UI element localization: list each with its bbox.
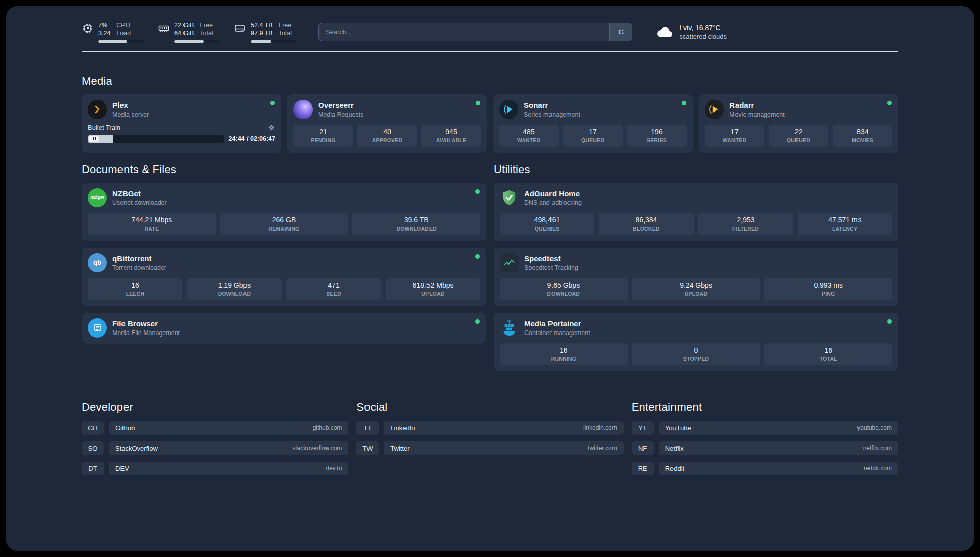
stat-tile: 40 APPROVED: [357, 125, 417, 147]
app-name: Sonarr: [524, 101, 580, 109]
weather-widget: Lviv, 16.87°C scattered clouds: [655, 24, 727, 40]
disk-widget: 52.4 TB 97.9 TB Free Total: [234, 21, 295, 43]
playback-time: 24:44 / 02:06:47: [229, 135, 275, 142]
search-input[interactable]: [319, 23, 609, 41]
bookmark-link[interactable]: YouTube youtube.com: [659, 421, 898, 435]
stat-tile: 22 QUEUED: [769, 125, 828, 147]
search-engine-button[interactable]: G: [609, 23, 632, 41]
speedtest-card[interactable]: Speedtest Speedtest Tracking 9.65 Gbps D…: [494, 248, 898, 306]
app-name: qBittorrent: [112, 254, 166, 263]
stat-label: WANTED: [501, 137, 557, 143]
bookmark-item[interactable]: SO StackOverflow stackoverflow.com: [82, 441, 348, 455]
bookmark-item[interactable]: GH Github github.com: [82, 421, 348, 435]
bookmark-item[interactable]: YT YouTube youtube.com: [632, 421, 898, 435]
bookmark-link[interactable]: Github github.com: [109, 421, 348, 435]
bookmark-abbr[interactable]: DT: [82, 462, 104, 475]
radarr-icon: [705, 100, 724, 119]
weather-location: Lviv, 16.87°C: [679, 24, 727, 32]
stat-value: 47.571 ms: [800, 216, 890, 224]
pause-icon[interactable]: [89, 136, 99, 142]
media-section: Media Plex Media server: [82, 75, 898, 153]
stat-value: 9.24 Gbps: [634, 281, 758, 289]
stat-tile: 945 AVAILABLE: [421, 125, 481, 147]
stat-label: STOPPED: [634, 356, 758, 362]
bookmark-name: Reddit: [665, 465, 685, 472]
stat-label: MOVIES: [835, 137, 890, 143]
bookmark-link[interactable]: Twitter twitter.com: [384, 441, 623, 455]
overseerr-card[interactable]: Overseerr Media Requests 21 PENDING 40 A…: [287, 94, 487, 153]
stat-value: 0: [634, 346, 758, 354]
bookmark-group-entertainment: Entertainment YT YouTube youtube.com NF …: [632, 401, 898, 482]
disk-icon: [234, 22, 246, 34]
status-dot: [270, 101, 275, 105]
stat-tile: 16 TOTAL: [764, 343, 892, 365]
bookmark-abbr[interactable]: SO: [82, 441, 104, 455]
bookmark-name: StackOverflow: [115, 444, 158, 452]
app-name: File Browser: [112, 319, 180, 328]
radarr-card[interactable]: Radarr Movie management 17 WANTED 22 QUE…: [699, 94, 898, 153]
sonarr-card[interactable]: Sonarr Series management 485 WANTED 17 Q…: [493, 94, 693, 153]
bookmark-name: YouTube: [665, 424, 691, 432]
ram-progress-fill: [174, 40, 204, 43]
stat-label: WANTED: [707, 137, 762, 143]
stat-label: APPROVED: [359, 137, 415, 143]
status-dot: [476, 101, 480, 105]
bookmark-url: twitter.com: [588, 444, 617, 452]
stat-tile: 618.52 Mbps UPLOAD: [386, 278, 480, 300]
bookmark-item[interactable]: TW Twitter twitter.com: [356, 441, 623, 455]
bookmark-url: github.com: [313, 424, 342, 431]
bookmark-abbr[interactable]: TW: [356, 441, 379, 455]
stat-tile: 0.993 ms PING: [764, 278, 892, 300]
cpu-progress-fill: [98, 40, 127, 43]
nzbget-card[interactable]: nzbget NZBGet Usenet downloader 744.21 M…: [82, 183, 486, 241]
plex-card[interactable]: Plex Media server Bullet Train: [82, 94, 281, 153]
stat-label: PING: [766, 291, 890, 297]
overseerr-icon: [293, 100, 313, 119]
bookmark-name: Github: [115, 424, 135, 432]
stat-tile: 9.24 Gbps UPLOAD: [632, 278, 760, 300]
bookmark-item[interactable]: RE Reddit reddit.com: [632, 462, 898, 475]
qbittorrent-icon: qb: [88, 253, 107, 272]
bookmark-link[interactable]: Netflix netflix.com: [659, 441, 898, 455]
gear-icon[interactable]: [268, 124, 275, 131]
bookmark-abbr[interactable]: RE: [632, 462, 654, 475]
adguard-card[interactable]: AdGuard Home DNS and adblocking 498,461 …: [494, 183, 898, 241]
disk-total-value: 97.9 TB: [251, 29, 273, 37]
bookmark-link[interactable]: LinkedIn linkedin.com: [384, 421, 623, 435]
section-heading-documents: Documents & Files: [82, 163, 486, 176]
filebrowser-card[interactable]: File Browser Media File Management: [82, 313, 486, 344]
stat-value: 471: [288, 281, 379, 289]
stat-value: 17: [565, 128, 621, 136]
app-subtitle: Series management: [524, 111, 580, 118]
bookmark-group-developer: Developer GH Github github.com SO StackO…: [82, 401, 348, 482]
stat-tile: 834 MOVIES: [833, 125, 892, 147]
ram-icon: [158, 22, 170, 34]
bookmark-abbr[interactable]: YT: [632, 421, 654, 435]
stat-label: RATE: [90, 226, 214, 232]
stat-value: 21: [295, 128, 351, 136]
stat-label: UPLOAD: [634, 291, 758, 297]
cpu-load-label: Load: [116, 29, 131, 37]
bookmark-name: Twitter: [390, 444, 409, 452]
bookmark-link[interactable]: DEV dev.to: [109, 462, 348, 475]
stat-tile: 86,384 BLOCKED: [599, 213, 694, 235]
bookmark-item[interactable]: LI LinkedIn linkedin.com: [356, 421, 623, 435]
bookmark-item[interactable]: DT DEV dev.to: [82, 462, 348, 475]
search-bar[interactable]: G: [318, 23, 632, 41]
status-dot: [682, 101, 686, 105]
qbittorrent-card[interactable]: qb qBittorrent Torrent downloader 16 LEE…: [82, 248, 486, 306]
speedtest-chart-icon: [500, 253, 519, 272]
playback-progress-bar[interactable]: [88, 135, 224, 143]
portainer-card[interactable]: Media Portainer Container management 16 …: [494, 313, 898, 371]
bookmark-link[interactable]: StackOverflow stackoverflow.com: [109, 441, 348, 455]
stat-value: 266 GB: [222, 216, 346, 224]
stat-label: QUEUED: [565, 137, 621, 143]
bookmark-abbr[interactable]: NF: [632, 441, 654, 455]
bookmark-link[interactable]: Reddit reddit.com: [659, 462, 898, 475]
stat-tile: 21 PENDING: [293, 125, 353, 147]
stat-value: 498,461: [502, 216, 592, 224]
bookmark-abbr[interactable]: GH: [82, 421, 104, 435]
bookmark-abbr[interactable]: LI: [356, 421, 379, 435]
bookmark-item[interactable]: NF Netflix netflix.com: [632, 441, 898, 455]
stat-label: LATENCY: [800, 226, 890, 232]
